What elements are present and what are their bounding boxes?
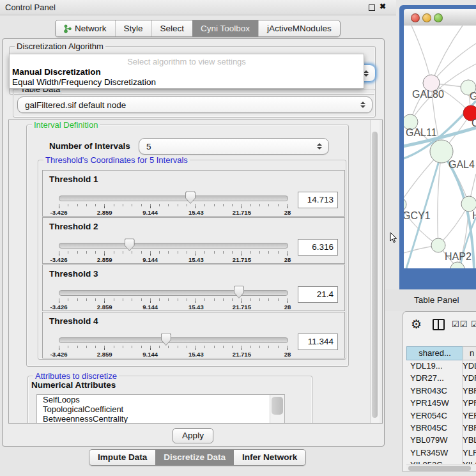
- numerical-attributes-label: Numerical Attributes: [31, 380, 116, 390]
- dropdown-option-equal-width[interactable]: Equal Width/Frequency Discretization: [12, 77, 156, 87]
- table-row[interactable]: YPR145WYPR1: [406, 397, 476, 409]
- cell-name[interactable]: YLR3: [463, 448, 476, 457]
- slider-track[interactable]: [59, 196, 288, 201]
- network-icon: [64, 24, 72, 33]
- table-row[interactable]: YBR045CYBR0: [406, 422, 476, 434]
- threshold-2-value-field[interactable]: 6.316: [298, 239, 338, 256]
- cell-shared-name[interactable]: YPR145W: [406, 397, 463, 409]
- node-gcy1[interactable]: [404, 197, 406, 211]
- close-icon[interactable]: ✖: [380, 2, 386, 11]
- zoom-traffic-light-icon[interactable]: [434, 13, 443, 22]
- tab-impute-data[interactable]: Impute Data: [89, 450, 155, 465]
- cell-name[interactable]: YDL1: [463, 361, 476, 371]
- threshold-3-slider[interactable]: -3.426 2.859 9.144 15.43 21.715 28: [59, 288, 287, 307]
- slider-thumb[interactable]: [125, 238, 135, 251]
- tab-style[interactable]: Style: [115, 20, 151, 36]
- checkbox-icon-partial[interactable]: ☑: [471, 319, 476, 329]
- threshold-4-slider[interactable]: -3.426 2.859 9.144 15.43 21.715 28: [59, 335, 287, 355]
- tab-network[interactable]: Network: [56, 20, 115, 36]
- table-horizontal-scrollbar[interactable]: [406, 464, 475, 472]
- list-scrollbar[interactable]: [270, 395, 284, 424]
- table-row[interactable]: YDL19...YDL1: [406, 360, 476, 372]
- threshold-3-value-field[interactable]: 21.4: [298, 286, 338, 303]
- table-data-combo[interactable]: galFiltered.sif default node: [17, 96, 372, 113]
- node-label-cut-c: C: [472, 118, 476, 128]
- cell-shared-name[interactable]: YDR27...: [406, 372, 463, 384]
- slider-track[interactable]: [59, 243, 288, 249]
- node-right-mid[interactable]: [461, 196, 476, 211]
- cell-shared-name[interactable]: YBR043C: [406, 385, 463, 397]
- slider-track[interactable]: [59, 337, 288, 343]
- tab-select[interactable]: Select: [151, 20, 193, 36]
- cell-name[interactable]: YPR1: [463, 398, 476, 408]
- checkbox-icons[interactable]: ☑☑: [452, 319, 468, 329]
- tick-label: -3.426: [50, 256, 68, 263]
- table-rows[interactable]: YDL19...YDL1 YDR27...YDR2 YBR043CYBR0 YP…: [406, 360, 476, 464]
- cell-shared-name[interactable]: YDL19...: [406, 360, 463, 372]
- tab-infer-network[interactable]: Infer Network: [234, 450, 305, 465]
- node-label-gal4: GAL4: [449, 159, 475, 170]
- threshold-4-value-field[interactable]: 11.344: [298, 334, 338, 350]
- list-item[interactable]: TopologicalCoefficient: [37, 404, 284, 414]
- cell-name[interactable]: YBL0: [463, 435, 476, 445]
- node-hap2[interactable]: [431, 238, 445, 252]
- cell-name[interactable]: YER0: [463, 411, 476, 420]
- cell-shared-name[interactable]: YBL079W: [406, 434, 463, 446]
- dropdown-option-manual[interactable]: Manual Discretization: [12, 67, 101, 77]
- slider-thumb[interactable]: [234, 286, 244, 298]
- tab-jactivemnodules[interactable]: jActiveMNodules: [258, 20, 340, 36]
- slider-thumb[interactable]: [185, 191, 196, 204]
- column-divider: [462, 360, 463, 464]
- network-graph: GAL80 G GAL11 C GAL4 GCY1 H HAP2: [404, 26, 476, 268]
- close-traffic-light-icon[interactable]: [411, 13, 420, 22]
- interval-definition-group: Interval Definition Number of Intervals …: [26, 125, 349, 367]
- settings-scrollbar[interactable]: [370, 120, 380, 423]
- table-row[interactable]: YER054CYER0: [406, 410, 476, 422]
- list-scrollbar-thumb[interactable]: [272, 397, 283, 415]
- slider-thumb[interactable]: [161, 333, 171, 346]
- cell-shared-name[interactable]: YBR045C: [406, 422, 463, 434]
- settings-scrollbar-thumb[interactable]: [372, 132, 378, 418]
- tab-network-label: Network: [75, 20, 107, 36]
- num-intervals-combo[interactable]: 5: [139, 138, 329, 155]
- threshold-4-label: Threshold 4: [49, 316, 98, 326]
- cell-name[interactable]: YDR2: [463, 373, 476, 383]
- tick-label: 21.715: [233, 351, 251, 358]
- slider-tick-labels: -3.426 2.859 9.144 15.43 21.715 28: [59, 209, 288, 216]
- columns-icon[interactable]: [433, 319, 445, 330]
- table-row[interactable]: YIL052CYIL0: [406, 459, 476, 464]
- discretization-algorithm-group-title: Discretization Algorithm: [15, 42, 105, 51]
- numerical-attributes-list[interactable]: SelfLoops TopologicalCoefficient Between…: [36, 394, 285, 424]
- list-item[interactable]: SelfLoops: [37, 395, 284, 404]
- tick-label: -3.426: [50, 303, 68, 311]
- network-canvas[interactable]: GAL80 G GAL11 C GAL4 GCY1 H HAP2: [404, 26, 476, 268]
- tab-cyni-toolbox[interactable]: Cyni Toolbox: [192, 20, 258, 36]
- node-label-cut-g: G: [470, 91, 476, 102]
- tab-discretize-data[interactable]: Discretize Data: [155, 450, 234, 465]
- cell-shared-name[interactable]: YLR345W: [406, 447, 463, 459]
- threshold-2-slider[interactable]: -3.426 2.859 9.144 15.43 21.715 28: [59, 241, 287, 260]
- threshold-1-value-field[interactable]: 14.713: [298, 192, 338, 208]
- gear-icon[interactable]: ⚙: [411, 317, 422, 332]
- table-row[interactable]: YDR27...YDR2: [406, 372, 476, 384]
- cell-shared-name[interactable]: YER054C: [406, 410, 463, 422]
- threshold-1-slider[interactable]: -3.426 2.859 9.144 15.43 21.715 28: [59, 194, 287, 213]
- column-header-shared-name[interactable]: shared...: [406, 346, 463, 360]
- spinner-arrows-icon: [317, 143, 322, 150]
- cell-name[interactable]: YBR0: [463, 423, 476, 433]
- table-horizontal-scrollbar-thumb[interactable]: [408, 466, 471, 471]
- cell-shared-name[interactable]: YIL052C: [406, 459, 463, 464]
- apply-button[interactable]: Apply: [173, 428, 213, 443]
- table-row[interactable]: YBL079WYBL0: [406, 434, 476, 446]
- table-row[interactable]: YLR345WYLR3: [406, 447, 476, 459]
- tab-style-label: Style: [124, 20, 143, 36]
- dropdown-hint: Select algorithm to view settings: [10, 57, 364, 66]
- tick-label: 28: [284, 351, 291, 358]
- slider-track[interactable]: [59, 290, 288, 296]
- list-item[interactable]: BetweennessCentrality: [37, 414, 284, 424]
- minimize-traffic-light-icon[interactable]: [422, 13, 431, 22]
- float-window-icon[interactable]: [369, 4, 375, 11]
- table-row[interactable]: YBR043CYBR0: [406, 385, 476, 397]
- cell-name[interactable]: YBR0: [463, 386, 476, 395]
- column-header-name[interactable]: n: [463, 346, 476, 360]
